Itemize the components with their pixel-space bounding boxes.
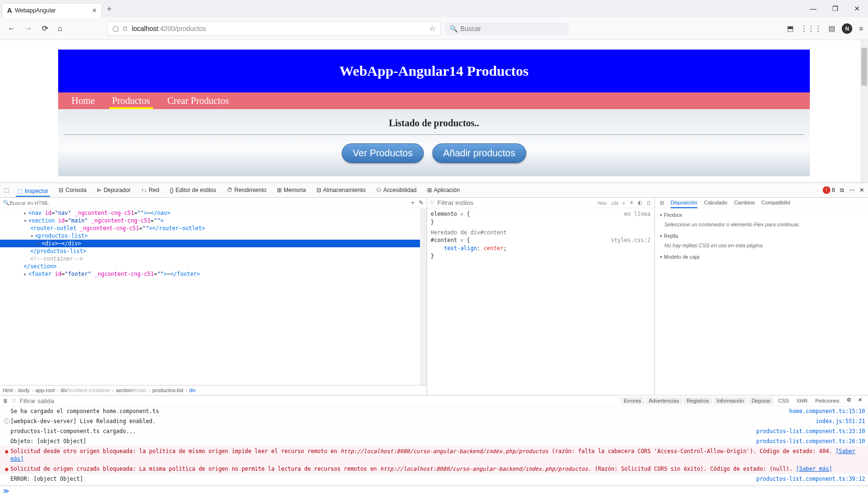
cat-errores[interactable]: Errores xyxy=(621,397,644,405)
console-filter-input[interactable] xyxy=(20,397,77,405)
cat-informacion[interactable]: Información xyxy=(713,397,747,405)
nav-crear-productos[interactable]: Crear Productos xyxy=(167,95,229,106)
close-window-icon[interactable]: ✕ xyxy=(846,0,868,17)
viewport-scrollbar[interactable] xyxy=(860,40,868,182)
dom-tree[interactable]: ▸<nav id="nav" _ngcontent-cng-c51="">⋯</… xyxy=(0,208,427,385)
profile-avatar[interactable]: N xyxy=(842,23,852,34)
dom-breadcrumb[interactable]: html› body› app-root› div#content.contai… xyxy=(0,385,427,395)
funnel-icon: ▽ xyxy=(430,200,434,206)
modelo-caja-section[interactable]: Modelo de caja xyxy=(660,252,863,262)
error-badge[interactable]: ! 6 xyxy=(823,186,835,194)
tab-inspector[interactable]: ⬚Inspector xyxy=(16,186,50,197)
devtools-panel: ⬚ ⬚Inspector ⊟Consola ⊳Depurador ↑↓Red {… xyxy=(0,183,868,496)
layout-tab-cambios[interactable]: Cambios xyxy=(734,200,755,206)
layout-tab-calculado[interactable]: Calculado xyxy=(704,200,727,206)
divider xyxy=(64,134,804,135)
shield-icon[interactable]: ◯ xyxy=(112,25,119,32)
cat-css[interactable]: CSS xyxy=(775,397,792,405)
layout-panel: ⊟ Disposición Calculado Cambios Compatib… xyxy=(655,198,868,395)
bookmark-star-icon[interactable]: ☆ xyxy=(429,24,436,33)
maximize-icon[interactable]: ❐ xyxy=(824,0,846,17)
styles-toolbar: ▽ :hov .cls + ☀ ◐ 🗋 xyxy=(427,198,654,208)
library-icon[interactable]: ⋮⋮⋮ xyxy=(800,24,822,33)
flexbox-message: Seleccione un contenedor o elemento Flex… xyxy=(660,220,863,231)
add-rule-icon[interactable]: + xyxy=(411,199,415,206)
hov-toggle[interactable]: :hov xyxy=(597,200,607,206)
console-settings-icon[interactable]: ⚙ xyxy=(844,397,854,405)
tab-editor-estilos[interactable]: {}Editor de estilos xyxy=(168,185,218,195)
forward-button[interactable]: → xyxy=(22,22,35,35)
tab-almacenamiento[interactable]: ⊟Almacenamiento xyxy=(315,185,368,195)
content-title: Listado de productos.. xyxy=(64,118,804,129)
tab-depurador[interactable]: ⊳Depurador xyxy=(95,185,133,195)
rejilla-section[interactable]: Rejilla xyxy=(660,231,863,241)
anadir-productos-button[interactable]: Añadir productos xyxy=(432,143,526,163)
sidebar-toggle-icon[interactable]: ⊟ xyxy=(660,200,664,206)
home-button[interactable]: ⌂ xyxy=(55,22,65,35)
pick-element-icon[interactable]: ⬚ xyxy=(4,187,9,193)
tab-aplicacion[interactable]: ⊞Aplicación xyxy=(425,185,462,195)
tab-accesibilidad[interactable]: ⚇Accesibilidad xyxy=(374,185,419,195)
tab-title: WebappAngular xyxy=(15,7,56,14)
layout-tab-disposicion[interactable]: Disposición xyxy=(671,200,697,208)
dom-search-row: 🔍 +✎ xyxy=(0,198,427,208)
more-icon[interactable]: ⋯ xyxy=(849,187,855,193)
cat-depurar[interactable]: Depurar xyxy=(748,397,774,405)
eyedropper-icon[interactable]: ✎ xyxy=(419,199,424,206)
console-output[interactable]: Se ha cargado el componente home.compone… xyxy=(0,406,868,486)
new-tab-button[interactable]: + xyxy=(102,1,117,17)
app-header-title: WebApp-Angular14 Productos xyxy=(58,50,810,92)
dom-search-input[interactable] xyxy=(10,200,411,206)
search-icon: 🔍 xyxy=(449,25,458,32)
console-toolbar: 🗑 ▽ Errores Advertencias Registros Infor… xyxy=(0,395,868,406)
cat-xhr[interactable]: XHR xyxy=(793,397,811,405)
window-controls: ― ❐ ✕ xyxy=(802,0,868,17)
clear-console-icon[interactable]: 🗑 xyxy=(3,398,8,404)
flexbox-section[interactable]: Flexbox xyxy=(660,210,863,220)
tab-memoria[interactable]: ⊞Memoria xyxy=(275,185,308,195)
lock-icon[interactable]: 🗋 xyxy=(123,25,128,32)
reload-button[interactable]: ⟳ xyxy=(39,22,51,35)
funnel-icon: ▽ xyxy=(12,398,16,404)
cat-advertencias[interactable]: Advertencias xyxy=(645,397,683,405)
browser-titlebar: A WebappAngular ✕ + ― ❐ ✕ xyxy=(0,0,868,17)
toolbar-right-icons: ⬒ ⋮⋮⋮ ▤ N ≡ xyxy=(787,23,863,34)
tab-rendimiento[interactable]: ⏱Rendimiento xyxy=(225,185,268,195)
styles-rules[interactable]: en líneaelemento ⚙ { } Heredado de div#c… xyxy=(427,208,654,395)
console-prompt[interactable]: ≫ xyxy=(0,486,868,496)
ver-productos-button[interactable]: Ver Productos xyxy=(342,143,424,163)
styles-filter-input[interactable] xyxy=(438,199,593,206)
add-class-icon[interactable]: + xyxy=(622,200,625,206)
cat-peticiones[interactable]: Peticiones xyxy=(812,397,843,405)
back-button[interactable]: ← xyxy=(5,22,18,35)
devtools-tabs: ⬚ ⬚Inspector ⊟Consola ⊳Depurador ↑↓Red {… xyxy=(0,183,868,198)
console-panel: 🗑 ▽ Errores Advertencias Registros Infor… xyxy=(0,395,868,496)
console-close-icon[interactable]: ✕ xyxy=(855,397,865,405)
layout-tabs: ⊟ Disposición Calculado Cambios Compatib… xyxy=(655,198,868,208)
minimize-icon[interactable]: ― xyxy=(802,0,824,17)
light-icon[interactable]: ☀ xyxy=(629,200,634,206)
nav-home[interactable]: Home xyxy=(71,95,95,106)
app-content: Listado de productos.. Ver Productos Aña… xyxy=(58,109,810,176)
nav-productos[interactable]: Productos xyxy=(112,95,150,106)
tab-close-icon[interactable]: ✕ xyxy=(92,7,97,14)
layout-body: Flexbox Seleccione un contenedor o eleme… xyxy=(655,208,868,395)
reader-icon[interactable]: ▤ xyxy=(828,24,835,33)
tab-red[interactable]: ↑↓Red xyxy=(139,185,161,195)
layout-tab-compat[interactable]: Compatibilid xyxy=(761,200,790,206)
menu-icon[interactable]: ≡ xyxy=(859,24,863,32)
app-nav: Home Productos Crear Productos xyxy=(58,92,810,109)
devtools-close-icon[interactable]: ✕ xyxy=(859,187,864,193)
browser-tab[interactable]: A WebappAngular ✕ xyxy=(2,3,102,17)
search-placeholder: Buscar xyxy=(460,25,481,32)
dark-icon[interactable]: ◐ xyxy=(638,200,643,206)
dom-scrollbar[interactable] xyxy=(420,208,427,385)
cat-registros[interactable]: Registros xyxy=(684,397,712,405)
url-box[interactable]: ◯ 🗋 localhost:4200/productos ☆ xyxy=(107,21,441,36)
pocket-icon[interactable]: ⬒ xyxy=(787,24,794,33)
print-icon[interactable]: 🗋 xyxy=(646,200,652,206)
dock-icon[interactable]: ⧉ xyxy=(840,187,844,193)
tab-consola[interactable]: ⊟Consola xyxy=(57,185,88,195)
cls-toggle[interactable]: .cls xyxy=(611,200,619,206)
browser-search-box[interactable]: 🔍 Buscar xyxy=(445,22,569,35)
